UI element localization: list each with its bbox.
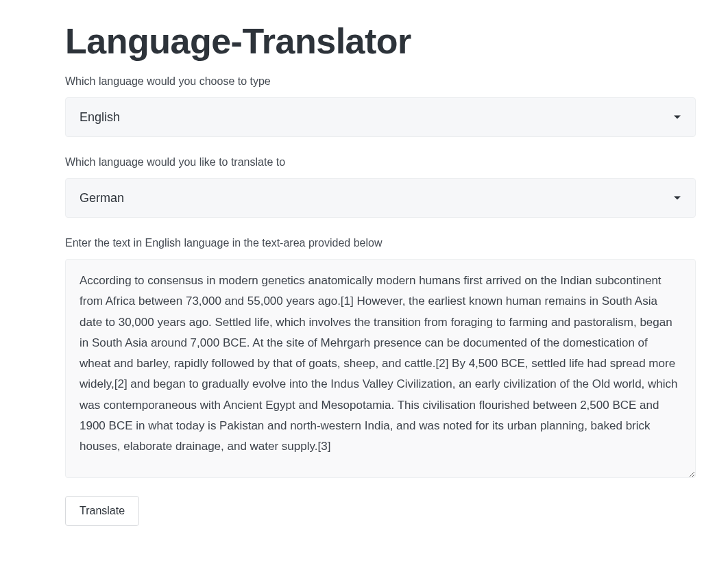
source-language-select[interactable]: English xyxy=(65,97,696,137)
textarea-label: Enter the text in English language in th… xyxy=(65,237,696,249)
target-language-select[interactable]: German xyxy=(65,178,696,218)
page-title: Language-Translator xyxy=(65,21,696,62)
source-language-select-wrap: English xyxy=(65,97,696,137)
source-language-label: Which language would you choose to type xyxy=(65,75,696,88)
target-language-label: Which language would you like to transla… xyxy=(65,156,696,168)
source-text-input[interactable] xyxy=(65,259,696,478)
translate-button[interactable]: Translate xyxy=(65,496,139,526)
target-language-select-wrap: German xyxy=(65,178,696,218)
